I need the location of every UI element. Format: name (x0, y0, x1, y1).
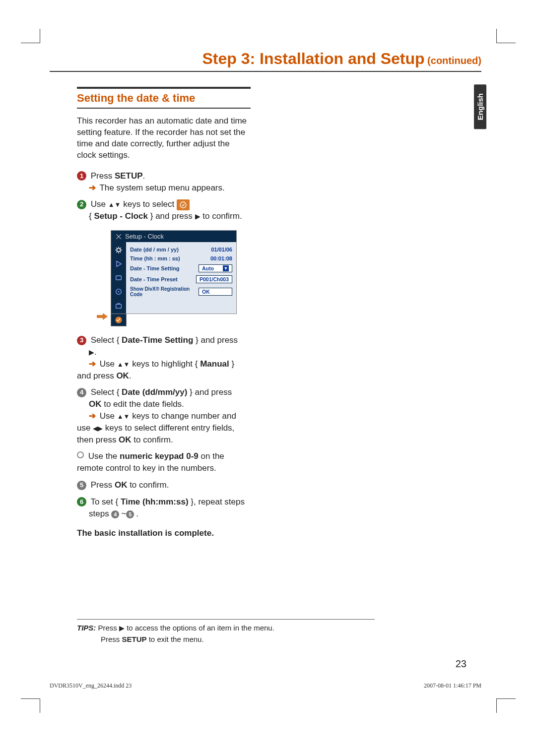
step-4-res-e: to confirm. (132, 435, 173, 444)
tips-1b: to access the options of an item in the … (125, 624, 274, 632)
play-icon (114, 259, 124, 269)
osd-row-label: Date - Time Preset (130, 276, 178, 282)
crop-mark (496, 698, 516, 713)
result-arrow-icon: ➔ (89, 359, 96, 369)
osd-row-label: Show DivX® Registration Code (130, 286, 199, 297)
chevron-down-icon: ▼ (223, 265, 229, 271)
step-3: 3 Select { Date-Time Setting } and press… (77, 334, 251, 381)
osd-row: Date - Time Setting Auto▼ (129, 263, 233, 274)
svg-point-3 (117, 249, 121, 252)
step-number-2: 2 (77, 200, 86, 209)
svg-point-7 (118, 291, 120, 293)
osd-row-label: Date (dd / mm / yy) (130, 247, 179, 252)
step-number-4: 4 (77, 388, 86, 397)
page-title: Step 3: Installation and Setup (continue… (50, 50, 481, 72)
tips-label: TIPS: (77, 624, 96, 632)
crop-mark (496, 29, 516, 43)
step-6-text-e: . (136, 509, 138, 518)
language-tab: English (474, 84, 486, 129)
step-2-text-c: { (89, 211, 94, 221)
left-arrow-icon (93, 423, 98, 433)
bullet-keypad: numeric keypad 0-9 (120, 451, 199, 461)
down-arrow-icon (124, 359, 130, 369)
content-column: Setting the date & time This recorder ha… (77, 87, 251, 539)
step-3-ok: OK (116, 371, 129, 380)
osd-row-value: 01/01/06 (211, 247, 232, 252)
step-3-res-b: keys to highlight { (130, 359, 200, 369)
result-arrow-icon: ➔ (89, 411, 96, 421)
crop-mark (21, 29, 40, 43)
step-6-text-a: To set { (90, 497, 120, 506)
svg-rect-8 (116, 304, 122, 308)
step-2-text-a: Use (91, 199, 108, 209)
tips-2a: Press (101, 635, 122, 643)
step-1: 1 Press SETUP. ➔ The system setup menu a… (77, 170, 251, 194)
osd-row-value: Auto (202, 265, 214, 271)
step-2-text-b: keys to select (121, 199, 176, 209)
tips-2c: to exit the menu. (147, 635, 204, 643)
result-arrow-icon: ➔ (89, 183, 96, 192)
page-title-main: Step 3: Installation and Setup (202, 50, 425, 67)
section-heading: Setting the date & time (77, 87, 251, 109)
step-6-option: Time (hh:mm:ss) (121, 497, 189, 506)
bullet-text-a: Use the (88, 451, 120, 461)
step-3-manual: Manual (200, 359, 229, 369)
step-3-res-f: . (129, 371, 132, 380)
svg-rect-1 (97, 315, 103, 318)
svg-rect-5 (116, 276, 122, 280)
page-number: 23 (456, 658, 467, 670)
svg-point-0 (180, 202, 186, 208)
footer-timestamp: 2007-08-01 1:46:17 PM (424, 682, 481, 690)
step-ref-4: 4 (111, 510, 119, 518)
svg-marker-2 (103, 313, 108, 320)
tools-icon (115, 233, 122, 240)
osd-row: Date (dd / mm / yy) 01/01/06 (129, 245, 233, 254)
osd-title-bar: Setup - Clock (111, 231, 236, 242)
step-3-text-d: . (94, 347, 97, 357)
check-circle-icon (114, 315, 123, 324)
tips-1a: Press (98, 624, 120, 632)
step-4: 4 Select { Date (dd/mm/yy) } and press O… (77, 386, 251, 445)
step-4-text-e: to edit the date fields. (102, 399, 184, 409)
tv-icon (114, 301, 124, 311)
footer-meta: DVDR3510V_eng_26244.indd 23 2007-08-01 1… (50, 682, 481, 690)
osd-row-box: OK (199, 288, 232, 296)
step-4-text-c: } and press (187, 387, 232, 397)
installation-complete: The basic installation is complete. (77, 527, 251, 539)
gear-icon (114, 245, 124, 255)
step-1-setup: SETUP (115, 171, 143, 181)
osd-row-box: P001/Ch003 (196, 275, 232, 283)
right-arrow-icon (119, 624, 125, 632)
osd-row-dropdown: Auto▼ (199, 264, 232, 272)
step-5-text-c: to confirm. (127, 480, 169, 490)
right-arrow-icon (89, 347, 94, 357)
step-6-text-c: }, repeat steps (189, 497, 245, 506)
step-5: 5 Press OK to confirm. (77, 479, 251, 491)
up-arrow-icon (108, 199, 115, 209)
step-number-6: 6 (77, 497, 86, 506)
step-4-option: Date (dd/mm/yy) (122, 387, 187, 397)
bullet-icon (77, 451, 84, 458)
intro-paragraph: This recorder has an automatic date and … (77, 116, 251, 161)
step-5-ok: OK (115, 480, 128, 490)
page-title-continued: (continued) (425, 55, 481, 66)
osd-title-text: Setup - Clock (125, 233, 164, 240)
osd-row-value: 00:01:08 (210, 255, 232, 261)
record-icon (114, 273, 124, 283)
osd-window: Setup - Clock Date (dd / mm / yy) (111, 230, 237, 314)
step-4-text-a: Select { (91, 387, 122, 397)
step-3-option: Date-Time Setting (122, 335, 193, 345)
osd-sidebar (111, 242, 126, 314)
down-arrow-icon (115, 199, 121, 209)
step-3-text-c: } and press (193, 335, 238, 345)
right-arrow-icon (195, 211, 201, 221)
step-number-5: 5 (77, 481, 86, 490)
step-4-ok: OK (89, 399, 102, 409)
osd-sidebar-selected (111, 314, 127, 326)
osd-row-value: OK (202, 289, 210, 295)
osd-main-panel: Date (dd / mm / yy) 01/01/06 Time (hh : … (126, 242, 236, 314)
step-3-text-a: Select { (91, 335, 122, 345)
step-number-3: 3 (77, 336, 86, 345)
osd-row: Time (hh : mm : ss) 00:01:08 (129, 254, 233, 263)
clock-check-icon (177, 199, 190, 210)
